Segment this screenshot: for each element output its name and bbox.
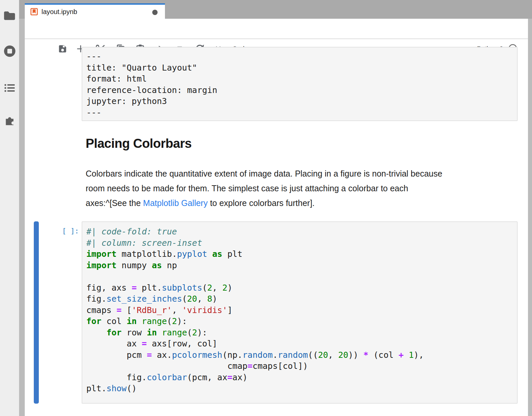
raw-line: jupyter: python3 [86, 96, 513, 107]
unsaved-changes-dot[interactable] [152, 10, 158, 15]
raw-line: title: "Quarto Layout" [86, 62, 513, 74]
file-browser-button[interactable] [2, 8, 17, 23]
section-heading: Placing Colorbars [86, 136, 192, 151]
raw-cell-lines: ---title: "Quarto Layout"format: htmlref… [86, 51, 513, 118]
cell-input-prompt: [ ]: [37, 227, 79, 235]
paragraph-text: axes:^[See the [86, 198, 143, 208]
tab-layout-ipynb[interactable]: layout.ipynb [25, 3, 165, 19]
paragraph-line: room needs to be made for them. The simp… [86, 181, 507, 196]
active-cell-indicator[interactable] [34, 221, 39, 404]
code-cell-editor[interactable]: #| code-fold: true#| column: screen-inse… [82, 221, 518, 404]
list-icon [3, 81, 16, 95]
raw-frontmatter-cell[interactable]: ---title: "Quarto Layout"format: htmlref… [82, 47, 518, 121]
save-icon [57, 43, 68, 54]
running-sessions-button[interactable] [2, 43, 17, 59]
notebook-toolbar: Code Python 3 [25, 19, 528, 39]
sidebar-divider [19, 0, 25, 416]
code-line: import matplotlib.pyplot as plt [86, 248, 513, 260]
window-right-edge [528, 0, 532, 416]
table-of-contents-button[interactable] [2, 80, 17, 96]
stop-circle-icon [2, 44, 17, 59]
code-line: #| column: screen-inset [86, 237, 513, 249]
code-line: plt.show() [86, 383, 513, 394]
raw-line: reference-location: margin [86, 85, 513, 96]
code-line: fig.set_size_inches(20, 8) [86, 293, 513, 305]
paragraph-line: Colorbars indicate the quantitative exte… [86, 166, 507, 181]
folder-icon [3, 9, 16, 22]
matplotlib-gallery-link[interactable]: Matplotlib Gallery [143, 198, 208, 208]
save-button[interactable] [57, 43, 69, 55]
code-line: import numpy as np [86, 260, 513, 271]
paragraph-line: axes:^[See the Matplotlib Gallery to exp… [86, 196, 507, 210]
code-line: fig, axs = plt.subplots(2, 2) [86, 282, 513, 294]
jupyterlab-window: layout.ipynb [0, 0, 532, 416]
markdown-paragraph: Colorbars indicate the quantitative exte… [86, 166, 507, 210]
code-lines: #| code-fold: true#| column: screen-inse… [86, 226, 513, 394]
code-line: cmap=cmaps[col]) [86, 360, 513, 372]
extensions-button[interactable] [2, 114, 17, 129]
code-line [86, 271, 513, 282]
raw-line: --- [86, 51, 513, 62]
puzzle-icon [2, 114, 17, 129]
raw-line: format: html [86, 73, 513, 85]
code-line: cmaps = ['RdBu_r', 'viridis'] [86, 305, 513, 316]
paragraph-text: to explore colorbars further]. [208, 198, 315, 208]
code-line: pcm = ax.pcolormesh(np.random.random((20… [86, 349, 513, 361]
code-line: ax = axs[row, col] [86, 338, 513, 349]
code-line: for row in range(2): [86, 327, 513, 338]
code-line: #| code-fold: true [86, 226, 513, 237]
notebook-icon [30, 8, 38, 15]
raw-line: --- [86, 107, 513, 118]
code-line: for col in range(2): [86, 316, 513, 327]
tab-title: layout.ipynb [41, 8, 77, 16]
code-line: fig.colorbar(pcm, ax=ax) [86, 372, 513, 383]
activity-sidebar [0, 0, 19, 416]
